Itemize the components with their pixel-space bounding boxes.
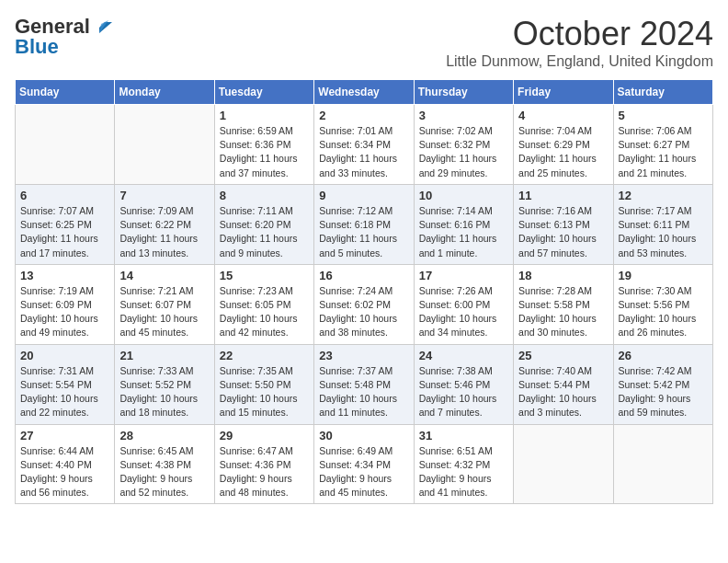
calendar-cell: 3Sunrise: 7:02 AM Sunset: 6:32 PM Daylig… (414, 105, 513, 185)
day-number: 13 (20, 269, 109, 282)
calendar-cell: 9Sunrise: 7:12 AM Sunset: 6:18 PM Daylig… (314, 184, 414, 264)
calendar-cell: 20Sunrise: 7:31 AM Sunset: 5:54 PM Dayli… (16, 344, 115, 424)
day-info: Sunrise: 6:51 AM Sunset: 4:32 PM Dayligh… (419, 444, 508, 500)
day-info: Sunrise: 7:33 AM Sunset: 5:52 PM Dayligh… (119, 364, 209, 420)
day-number: 10 (419, 189, 508, 202)
day-number: 4 (518, 109, 608, 122)
day-info: Sunrise: 6:47 AM Sunset: 4:36 PM Dayligh… (220, 444, 309, 500)
day-info: Sunrise: 6:59 AM Sunset: 6:36 PM Dayligh… (220, 124, 309, 180)
day-info: Sunrise: 7:09 AM Sunset: 6:22 PM Dayligh… (119, 204, 209, 260)
day-info: Sunrise: 7:38 AM Sunset: 5:46 PM Dayligh… (419, 364, 508, 420)
calendar-cell: 12Sunrise: 7:17 AM Sunset: 6:11 PM Dayli… (613, 184, 712, 264)
calendar-cell: 1Sunrise: 6:59 AM Sunset: 6:36 PM Daylig… (214, 105, 313, 185)
calendar-cell (613, 424, 712, 504)
day-number: 14 (119, 269, 209, 282)
calendar-cell: 21Sunrise: 7:33 AM Sunset: 5:52 PM Dayli… (115, 344, 214, 424)
weekday-header: Wednesday (314, 80, 414, 105)
weekday-header: Sunday (16, 80, 115, 105)
day-number: 19 (619, 269, 708, 282)
calendar-cell: 14Sunrise: 7:21 AM Sunset: 6:07 PM Dayli… (115, 264, 214, 344)
calendar-cell: 24Sunrise: 7:38 AM Sunset: 5:46 PM Dayli… (414, 344, 513, 424)
page-header: General Blue October 2024 Little Dunmow,… (15, 15, 713, 70)
calendar-cell (514, 424, 613, 504)
day-info: Sunrise: 7:17 AM Sunset: 6:11 PM Dayligh… (619, 204, 708, 260)
day-number: 26 (619, 349, 708, 362)
day-info: Sunrise: 7:14 AM Sunset: 6:16 PM Dayligh… (419, 204, 508, 260)
calendar-cell: 5Sunrise: 7:06 AM Sunset: 6:27 PM Daylig… (613, 105, 712, 185)
day-number: 15 (220, 269, 309, 282)
day-number: 3 (419, 109, 508, 122)
day-number: 24 (419, 349, 508, 362)
calendar-cell: 23Sunrise: 7:37 AM Sunset: 5:48 PM Dayli… (314, 344, 414, 424)
day-number: 21 (119, 349, 209, 362)
day-info: Sunrise: 7:28 AM Sunset: 5:58 PM Dayligh… (518, 284, 608, 340)
weekday-header: Friday (514, 80, 613, 105)
day-info: Sunrise: 7:21 AM Sunset: 6:07 PM Dayligh… (119, 284, 209, 340)
day-info: Sunrise: 7:30 AM Sunset: 5:56 PM Dayligh… (619, 284, 708, 340)
day-number: 11 (518, 189, 608, 202)
day-number: 6 (20, 189, 109, 202)
month-title: October 2024 (446, 15, 713, 53)
day-info: Sunrise: 6:45 AM Sunset: 4:38 PM Dayligh… (119, 444, 209, 500)
day-info: Sunrise: 7:24 AM Sunset: 6:02 PM Dayligh… (319, 284, 408, 340)
weekday-header: Thursday (414, 80, 513, 105)
day-info: Sunrise: 7:02 AM Sunset: 6:32 PM Dayligh… (419, 124, 508, 180)
day-info: Sunrise: 7:35 AM Sunset: 5:50 PM Dayligh… (220, 364, 309, 420)
day-info: Sunrise: 7:12 AM Sunset: 6:18 PM Dayligh… (319, 204, 408, 260)
calendar-week-row: 13Sunrise: 7:19 AM Sunset: 6:09 PM Dayli… (16, 264, 713, 344)
calendar-cell (16, 105, 115, 185)
day-info: Sunrise: 7:19 AM Sunset: 6:09 PM Dayligh… (20, 284, 109, 340)
calendar-cell: 25Sunrise: 7:40 AM Sunset: 5:44 PM Dayli… (514, 344, 613, 424)
calendar-week-row: 27Sunrise: 6:44 AM Sunset: 4:40 PM Dayli… (16, 424, 713, 504)
calendar: SundayMondayTuesdayWednesdayThursdayFrid… (15, 79, 713, 504)
day-info: Sunrise: 7:11 AM Sunset: 6:20 PM Dayligh… (220, 204, 309, 260)
day-number: 9 (319, 189, 408, 202)
day-info: Sunrise: 7:23 AM Sunset: 6:05 PM Dayligh… (220, 284, 309, 340)
day-info: Sunrise: 6:49 AM Sunset: 4:34 PM Dayligh… (319, 444, 408, 500)
calendar-cell: 28Sunrise: 6:45 AM Sunset: 4:38 PM Dayli… (115, 424, 214, 504)
day-info: Sunrise: 7:01 AM Sunset: 6:34 PM Dayligh… (319, 124, 408, 180)
day-info: Sunrise: 7:26 AM Sunset: 6:00 PM Dayligh… (419, 284, 508, 340)
calendar-cell: 11Sunrise: 7:16 AM Sunset: 6:13 PM Dayli… (514, 184, 613, 264)
weekday-header: Tuesday (214, 80, 313, 105)
calendar-cell: 4Sunrise: 7:04 AM Sunset: 6:29 PM Daylig… (514, 105, 613, 185)
calendar-cell: 26Sunrise: 7:42 AM Sunset: 5:42 PM Dayli… (613, 344, 712, 424)
day-number: 18 (518, 269, 608, 282)
calendar-cell: 22Sunrise: 7:35 AM Sunset: 5:50 PM Dayli… (214, 344, 313, 424)
calendar-week-row: 20Sunrise: 7:31 AM Sunset: 5:54 PM Dayli… (16, 344, 713, 424)
calendar-cell: 18Sunrise: 7:28 AM Sunset: 5:58 PM Dayli… (514, 264, 613, 344)
day-number: 17 (419, 269, 508, 282)
day-number: 1 (220, 109, 309, 122)
calendar-cell: 19Sunrise: 7:30 AM Sunset: 5:56 PM Dayli… (613, 264, 712, 344)
location: Little Dunmow, England, United Kingdom (446, 53, 713, 70)
calendar-cell: 8Sunrise: 7:11 AM Sunset: 6:20 PM Daylig… (214, 184, 313, 264)
calendar-cell: 29Sunrise: 6:47 AM Sunset: 4:36 PM Dayli… (214, 424, 313, 504)
calendar-cell: 27Sunrise: 6:44 AM Sunset: 4:40 PM Dayli… (16, 424, 115, 504)
day-number: 23 (319, 349, 408, 362)
day-info: Sunrise: 7:06 AM Sunset: 6:27 PM Dayligh… (619, 124, 708, 180)
calendar-cell: 10Sunrise: 7:14 AM Sunset: 6:16 PM Dayli… (414, 184, 513, 264)
day-info: Sunrise: 7:16 AM Sunset: 6:13 PM Dayligh… (518, 204, 608, 260)
calendar-cell: 16Sunrise: 7:24 AM Sunset: 6:02 PM Dayli… (314, 264, 414, 344)
day-info: Sunrise: 7:04 AM Sunset: 6:29 PM Dayligh… (518, 124, 608, 180)
day-info: Sunrise: 7:07 AM Sunset: 6:25 PM Dayligh… (20, 204, 109, 260)
day-number: 27 (20, 429, 109, 442)
calendar-cell: 7Sunrise: 7:09 AM Sunset: 6:22 PM Daylig… (115, 184, 214, 264)
day-number: 7 (119, 189, 209, 202)
calendar-cell: 6Sunrise: 7:07 AM Sunset: 6:25 PM Daylig… (16, 184, 115, 264)
logo-blue: Blue (15, 35, 59, 59)
weekday-header: Saturday (613, 80, 712, 105)
day-number: 12 (619, 189, 708, 202)
day-info: Sunrise: 6:44 AM Sunset: 4:40 PM Dayligh… (20, 444, 109, 500)
day-info: Sunrise: 7:40 AM Sunset: 5:44 PM Dayligh… (518, 364, 608, 420)
day-info: Sunrise: 7:37 AM Sunset: 5:48 PM Dayligh… (319, 364, 408, 420)
day-number: 29 (220, 429, 309, 442)
day-number: 25 (518, 349, 608, 362)
day-number: 16 (319, 269, 408, 282)
day-info: Sunrise: 7:42 AM Sunset: 5:42 PM Dayligh… (619, 364, 708, 420)
calendar-week-row: 6Sunrise: 7:07 AM Sunset: 6:25 PM Daylig… (16, 184, 713, 264)
day-number: 31 (419, 429, 508, 442)
calendar-cell: 30Sunrise: 6:49 AM Sunset: 4:34 PM Dayli… (314, 424, 414, 504)
day-number: 22 (220, 349, 309, 362)
day-number: 5 (619, 109, 708, 122)
